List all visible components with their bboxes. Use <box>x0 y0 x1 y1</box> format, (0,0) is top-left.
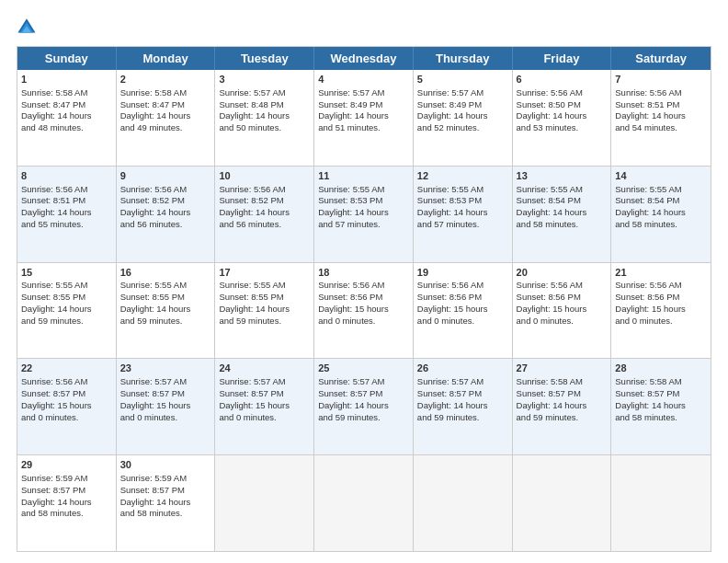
day-info-line: Sunrise: 5:57 AM <box>417 87 508 99</box>
day-info-line: Daylight: 15 hours <box>318 304 409 316</box>
day-info-line: Daylight: 14 hours <box>615 400 707 412</box>
day-info-line: Daylight: 14 hours <box>120 304 211 316</box>
cal-day-18: 18Sunrise: 5:56 AMSunset: 8:56 PMDayligh… <box>314 263 414 359</box>
cal-day-11: 11Sunrise: 5:55 AMSunset: 8:53 PMDayligh… <box>314 167 414 262</box>
day-info-line: Sunrise: 5:56 AM <box>615 87 707 99</box>
day-number: 5 <box>417 73 508 86</box>
header <box>17 17 711 37</box>
day-info-line: Sunrise: 5:59 AM <box>120 473 211 485</box>
day-info-line: Sunrise: 5:57 AM <box>120 376 211 388</box>
day-info-line: and 58 minutes. <box>615 219 707 231</box>
day-info-line: Sunset: 8:49 PM <box>417 99 508 111</box>
day-info-line: Sunrise: 5:58 AM <box>615 376 707 388</box>
day-info-line: Sunrise: 5:55 AM <box>417 184 508 196</box>
day-info-line: Daylight: 14 hours <box>21 497 112 509</box>
day-number: 23 <box>120 362 211 375</box>
day-info-line: Sunset: 8:47 PM <box>21 99 112 111</box>
day-number: 15 <box>21 266 112 280</box>
day-info-line: Sunrise: 5:57 AM <box>219 87 310 99</box>
day-number: 9 <box>120 169 211 183</box>
cal-day-19: 19Sunrise: 5:56 AMSunset: 8:56 PMDayligh… <box>414 263 513 359</box>
calendar-header: SundayMondayTuesdayWednesdayThursdayFrid… <box>17 47 711 70</box>
cal-day-26: 26Sunrise: 5:57 AMSunset: 8:57 PMDayligh… <box>414 359 513 454</box>
day-number: 18 <box>318 266 409 280</box>
day-info-line: and 58 minutes. <box>21 508 112 520</box>
day-info-line: and 56 minutes. <box>219 219 310 231</box>
day-info-line: Daylight: 14 hours <box>615 110 707 122</box>
cal-day-12: 12Sunrise: 5:55 AMSunset: 8:53 PMDayligh… <box>414 167 513 262</box>
day-info-line: Sunset: 8:51 PM <box>615 99 707 111</box>
day-info-line: and 52 minutes. <box>417 122 508 134</box>
day-number: 16 <box>120 266 211 280</box>
day-number: 19 <box>417 266 508 280</box>
day-info-line: Sunrise: 5:56 AM <box>120 184 211 196</box>
day-info-line: Daylight: 14 hours <box>517 110 608 122</box>
day-number: 1 <box>21 73 112 86</box>
cal-day-25: 25Sunrise: 5:57 AMSunset: 8:57 PMDayligh… <box>314 359 414 454</box>
day-info-line: Sunrise: 5:58 AM <box>120 87 211 99</box>
day-number: 13 <box>517 169 608 183</box>
cal-day-30: 30Sunrise: 5:59 AMSunset: 8:57 PMDayligh… <box>117 455 216 551</box>
day-info-line: Daylight: 14 hours <box>417 110 508 122</box>
day-info-line: and 57 minutes. <box>318 219 409 231</box>
day-info-line: Sunset: 8:54 PM <box>615 195 707 207</box>
day-number: 2 <box>120 73 211 86</box>
day-number: 21 <box>615 266 707 280</box>
day-info-line: Sunset: 8:57 PM <box>120 485 211 497</box>
day-info-line: Daylight: 14 hours <box>517 400 608 412</box>
day-info-line: Sunrise: 5:57 AM <box>219 376 310 388</box>
day-number: 25 <box>318 362 409 375</box>
day-number: 6 <box>517 73 608 86</box>
day-number: 10 <box>219 169 310 183</box>
header-day-saturday: Saturday <box>611 47 711 70</box>
day-info-line: and 59 minutes. <box>318 412 409 424</box>
day-info-line: Daylight: 14 hours <box>517 207 608 219</box>
day-info-line: Daylight: 15 hours <box>417 304 508 316</box>
day-info-line: Daylight: 14 hours <box>219 110 310 122</box>
day-info-line: Sunset: 8:52 PM <box>219 195 310 207</box>
cal-week-2: 8Sunrise: 5:56 AMSunset: 8:51 PMDaylight… <box>17 167 711 263</box>
day-info-line: and 53 minutes. <box>517 122 608 134</box>
day-info-line: and 54 minutes. <box>615 122 707 134</box>
day-info-line: and 49 minutes. <box>120 122 211 134</box>
day-info-line: Sunset: 8:50 PM <box>517 99 608 111</box>
day-info-line: Sunrise: 5:55 AM <box>517 184 608 196</box>
day-info-line: and 57 minutes. <box>417 219 508 231</box>
day-info-line: Sunset: 8:57 PM <box>21 485 112 497</box>
day-info-line: Sunset: 8:57 PM <box>318 388 409 400</box>
cal-day-23: 23Sunrise: 5:57 AMSunset: 8:57 PMDayligh… <box>117 359 216 454</box>
day-number: 4 <box>318 73 409 86</box>
day-number: 26 <box>417 362 508 375</box>
cal-day-24: 24Sunrise: 5:57 AMSunset: 8:57 PMDayligh… <box>215 359 314 454</box>
cal-day-27: 27Sunrise: 5:58 AMSunset: 8:57 PMDayligh… <box>513 359 612 454</box>
calendar-page: SundayMondayTuesdayWednesdayThursdayFrid… <box>0 0 728 563</box>
day-info-line: Daylight: 14 hours <box>120 110 211 122</box>
day-info-line: Sunset: 8:47 PM <box>120 99 211 111</box>
day-info-line: Sunrise: 5:55 AM <box>318 184 409 196</box>
day-number: 29 <box>21 458 112 472</box>
day-info-line: Sunrise: 5:56 AM <box>219 184 310 196</box>
day-info-line: Sunset: 8:56 PM <box>417 292 508 304</box>
day-info-line: Sunset: 8:55 PM <box>120 292 211 304</box>
header-day-friday: Friday <box>513 47 612 70</box>
day-info-line: Sunset: 8:57 PM <box>219 388 310 400</box>
day-info-line: and 59 minutes. <box>219 316 310 327</box>
day-info-line: and 0 minutes. <box>615 316 707 327</box>
day-info-line: Sunrise: 5:56 AM <box>615 280 707 292</box>
day-info-line: Sunset: 8:57 PM <box>615 388 707 400</box>
day-info-line: and 0 minutes. <box>120 412 211 424</box>
day-info-line: Sunset: 8:49 PM <box>318 99 409 111</box>
day-info-line: Sunset: 8:57 PM <box>120 388 211 400</box>
day-info-line: Sunset: 8:51 PM <box>21 195 112 207</box>
day-info-line: Sunrise: 5:58 AM <box>21 87 112 99</box>
day-info-line: Sunset: 8:57 PM <box>517 388 608 400</box>
day-info-line: Sunset: 8:56 PM <box>318 292 409 304</box>
day-info-line: Daylight: 14 hours <box>615 207 707 219</box>
cal-day-29: 29Sunrise: 5:59 AMSunset: 8:57 PMDayligh… <box>17 455 117 551</box>
logo <box>17 17 40 37</box>
day-info-line: and 59 minutes. <box>517 412 608 424</box>
day-info-line: Sunrise: 5:55 AM <box>615 184 707 196</box>
day-info-line: and 0 minutes. <box>517 316 608 327</box>
day-info-line: and 55 minutes. <box>21 219 112 231</box>
day-info-line: and 0 minutes. <box>21 412 112 424</box>
